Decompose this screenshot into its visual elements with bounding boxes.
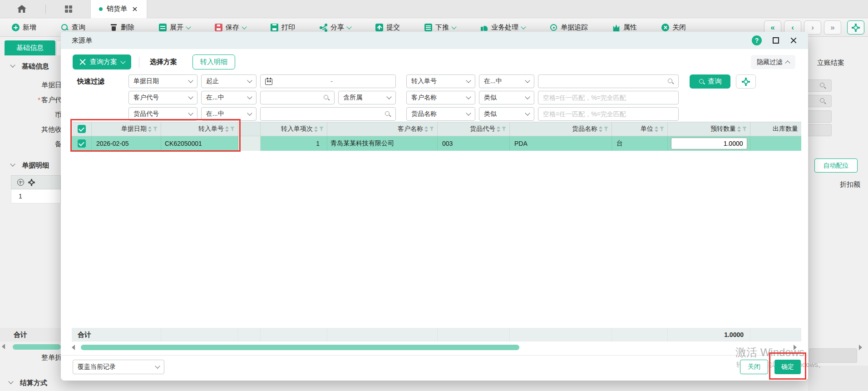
search-icon[interactable] [323,94,330,101]
scroll-left-icon[interactable] [72,345,75,350]
filter-text-input[interactable] [543,78,667,85]
toolbar-close-button[interactable]: 关闭 [661,23,686,32]
scroll-left-icon[interactable] [2,344,5,349]
toolbar-doc-trace-button[interactable]: 单据追踪 [550,23,588,32]
filter-text-input[interactable] [543,94,674,101]
bg-input[interactable] [808,110,832,123]
filter-field-select[interactable]: 货品名称 [406,107,475,121]
sort-icon[interactable] [655,126,658,132]
filter-field-select[interactable]: 客户代号 [128,91,197,104]
calendar-icon[interactable] [265,78,272,85]
select-all-checkbox[interactable] [78,125,86,133]
scroll-right-icon[interactable] [859,345,862,350]
filter-text-input[interactable] [265,110,385,118]
bg-tab-basic-info[interactable]: 基础信息 [5,40,55,55]
sort-icon[interactable] [737,126,741,132]
chevron-down-icon[interactable] [10,161,15,166]
filter-funnel-icon[interactable] [429,127,434,132]
filter-value-input[interactable] [260,91,335,104]
bg-input[interactable] [808,124,832,136]
column-header[interactable]: 单据日期 [92,122,161,136]
filter-value-input[interactable] [538,91,679,104]
scrollbar-thumb[interactable] [81,345,519,350]
filter-funnel-icon[interactable] [230,127,235,132]
filter-op-select[interactable]: 在...中 [479,74,534,88]
filter-field-select[interactable]: 客户名称 [406,91,475,104]
row-checkbox[interactable] [78,139,86,148]
bg-auto-fit-button[interactable]: 自动配位 [814,158,858,173]
apps-grid-icon[interactable] [65,5,72,13]
column-header[interactable]: 客户名称 [327,122,438,136]
filter-funnel-icon[interactable] [660,127,664,132]
hide-filter-button[interactable]: 隐藏过滤 [751,55,795,69]
bg-grid-row[interactable]: 1 [11,189,61,203]
query-button[interactable]: 查询 [690,74,730,89]
column-header[interactable]: 货品名称 [510,122,612,136]
toolbar-share-button[interactable]: 分享 [320,23,351,32]
filter-op-select[interactable]: 类似 [479,107,534,121]
sort-icon[interactable] [148,126,152,132]
search-icon[interactable] [667,78,674,85]
column-header[interactable]: 转入单项次 [261,122,327,136]
owner-select[interactable]: 含所属 [338,91,396,104]
transfer-detail-button[interactable]: 转入明细 [192,54,235,69]
filter-value-input[interactable] [538,107,679,121]
toolbar-submit-button[interactable]: 提交 [375,23,400,32]
sort-icon[interactable] [497,126,500,132]
filter-text-input[interactable] [543,110,674,118]
sort-icon[interactable] [424,126,428,132]
filter-funnel-icon[interactable] [319,127,324,132]
column-header[interactable]: 预转数量 [668,122,750,136]
toolbar-property-button[interactable]: 属性 [612,23,637,32]
query-scheme-button[interactable]: 查询方案 [73,54,131,69]
toolbar-save-button[interactable]: 保存 [215,23,246,32]
filter-op-select[interactable]: 在...中 [201,107,256,121]
nav-last-button[interactable]: » [824,20,841,35]
toolbar-add-button[interactable]: 新增 [12,23,36,32]
filter-funnel-icon[interactable] [604,127,608,132]
date-range-input[interactable]: - [260,74,396,88]
filter-funnel-icon[interactable] [502,127,506,132]
filter-funnel-icon[interactable] [742,127,747,132]
qty-input[interactable] [671,138,747,149]
bg-horizontal-scrollbar[interactable] [13,344,61,350]
maximize-icon[interactable] [773,37,779,44]
filter-op-select[interactable]: 在...中 [201,91,256,104]
sort-icon[interactable] [314,126,318,132]
filter-op-select[interactable]: 类似 [479,91,534,104]
result-table-row[interactable]: 2026-02-05 CK62050001 1 青岛某某科技有限公司 003 P… [72,136,801,151]
grid-settings-icon[interactable] [28,179,35,186]
toolbar-query-button[interactable]: 查询 [61,23,85,32]
column-header[interactable]: 出库数量 [750,122,801,136]
filter-text-input[interactable] [265,94,323,101]
search-icon[interactable] [819,98,826,104]
sort-icon[interactable] [599,126,602,132]
sort-icon[interactable] [225,126,229,132]
tab-close-icon[interactable] [132,6,138,12]
toolbar-settings-button[interactable] [847,20,864,35]
toolbar-expand-button[interactable]: 展开 [159,23,190,32]
toolbar-business-process-button[interactable]: 业务处理 [480,23,525,32]
search-icon[interactable] [819,82,826,89]
tab-sales-order[interactable]: 销货单 [90,0,147,18]
filter-value-input[interactable] [260,107,396,121]
toolbar-push-down-button[interactable]: 下推 [424,23,456,32]
chevron-down-icon[interactable] [8,379,13,384]
column-header[interactable]: 单位 [612,122,668,136]
add-row-icon[interactable] [17,179,24,186]
dialog-ok-button[interactable]: 确定 [774,360,801,374]
chevron-down-icon[interactable] [10,62,15,67]
toolbar-print-button[interactable]: 打印 [271,23,295,32]
column-header[interactable]: 货品代号 [438,122,510,136]
help-icon[interactable]: ? [752,35,762,45]
filter-field-select[interactable]: 单据日期 [128,74,197,88]
dialog-close-button[interactable]: 关闭 [740,360,768,374]
bg-input[interactable] [808,79,832,92]
toolbar-delete-button[interactable]: 删除 [110,23,134,32]
filter-settings-button[interactable] [736,74,756,89]
filter-op-select[interactable]: 起止 [201,74,256,88]
column-header[interactable]: 转入单号 [161,122,238,136]
dialog-close-icon[interactable] [790,37,797,44]
filter-funnel-icon[interactable] [153,127,158,132]
filter-value-input[interactable] [538,74,679,88]
